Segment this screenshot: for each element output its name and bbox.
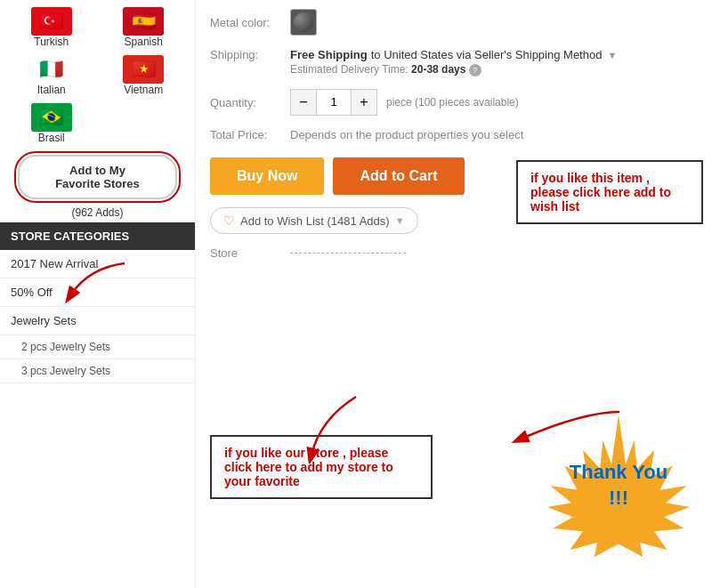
store-link-divider [290, 253, 406, 254]
total-price-label: Total Price: [210, 128, 290, 141]
delivery-days: 20-38 days [411, 63, 465, 76]
metal-color-row: Metal color: [210, 9, 698, 36]
sub-category-3pcs[interactable]: 3 pcs Jewelry Sets [0, 359, 195, 383]
lang-vietnam-label: Vietnam [124, 84, 163, 96]
wishlist-button[interactable]: ♡ Add to Wish List (1481 Adds) ▼ [210, 207, 418, 234]
flag-vietnam: 🇻🇳 [123, 55, 164, 84]
quantity-value: 1 [316, 90, 352, 115]
flag-turkish: 🇹🇷 [31, 7, 72, 36]
quantity-increase-button[interactable]: + [352, 90, 376, 115]
delivery-time: Estimated Delivery Time: 20-38 days ? [290, 63, 698, 77]
main-content: Metal color: Shipping: Free Shipping to … [196, 0, 712, 588]
lang-brasil-label: Brasil [38, 132, 65, 144]
sub-category-2pcs[interactable]: 2 pcs Jewelry Sets [0, 335, 195, 359]
free-shipping-text: Free Shipping [290, 48, 368, 61]
wishlist-annotation-box: if you like this item , please click her… [516, 160, 703, 224]
metal-swatch-inner [294, 12, 313, 32]
flag-italian: 🇮🇹 [31, 55, 72, 84]
buy-now-button[interactable]: Buy Now [210, 157, 324, 195]
total-price-value: Depends on the product properties you se… [290, 128, 523, 141]
wishlist-button-label: Add to Wish List (1481 Adds) [240, 214, 390, 228]
quantity-row: Quantity: − 1 + piece (100 pieces availa… [210, 89, 698, 116]
flag-brasil: 🇧🇷 [31, 103, 72, 132]
language-grid: 🇹🇷 Turkish 🇪🇸 Spanish 🇮🇹 Italian 🇻🇳 Viet… [0, 0, 195, 148]
shipping-row: Shipping: Free Shipping to United States… [210, 48, 698, 77]
total-price-row: Total Price: Depends on the product prop… [210, 128, 698, 141]
help-icon[interactable]: ? [469, 64, 481, 77]
lang-italian-label: Italian [37, 84, 66, 96]
store-label: Store [210, 246, 290, 260]
lang-turkish[interactable]: 🇹🇷 Turkish [9, 7, 94, 48]
red-arrow-store-cat [53, 259, 142, 312]
thank-you-text: Thank You!!! [570, 460, 668, 511]
quantity-decrease-button[interactable]: − [291, 90, 316, 115]
shipping-label: Shipping: [210, 48, 290, 61]
lang-spanish[interactable]: 🇪🇸 Spanish [101, 7, 187, 48]
favorite-stores-adds: (962 Adds) [9, 206, 186, 219]
wishlist-annotation-text: if you like this item , please click her… [530, 171, 671, 213]
thank-you-text-container: Thank You!!! [570, 460, 668, 511]
heart-icon: ♡ [223, 213, 235, 228]
shipping-dropdown-icon[interactable]: ▼ [607, 50, 617, 60]
shipping-content: Free Shipping to United States via Selle… [290, 48, 698, 77]
store-categories-header: STORE CATEGORIES [0, 222, 195, 250]
lang-italian[interactable]: 🇮🇹 Italian [9, 55, 94, 96]
add-to-cart-button[interactable]: Add to Cart [333, 157, 464, 195]
lang-brasil[interactable]: 🇧🇷 Brasil [9, 103, 94, 144]
shipping-to-text: to United States via Seller's Shipping M… [371, 48, 603, 61]
store-row: Store [210, 246, 698, 260]
lang-turkish-label: Turkish [34, 36, 69, 48]
lang-spanish-label: Spanish [125, 36, 163, 48]
quantity-info: piece (100 pieces available) [386, 96, 519, 109]
metal-color-label: Metal color: [210, 16, 290, 29]
favorite-stores-button[interactable]: Add to MyFavorite Stores [18, 155, 177, 199]
shipping-main: Free Shipping to United States via Selle… [290, 48, 698, 61]
sidebar: 🇹🇷 Turkish 🇪🇸 Spanish 🇮🇹 Italian 🇻🇳 Viet… [0, 0, 196, 588]
quantity-label: Quantity: [210, 96, 290, 109]
flag-spanish: 🇪🇸 [123, 7, 164, 36]
favorite-stores-label: Add to MyFavorite Stores [30, 164, 165, 190]
red-arrow-store [303, 392, 374, 463]
lang-vietnam[interactable]: 🇻🇳 Vietnam [101, 55, 187, 96]
metal-swatch[interactable] [290, 9, 317, 36]
quantity-control: − 1 + [290, 89, 377, 116]
thank-you-starburst: Thank You!!! [543, 410, 694, 561]
wishlist-dropdown-icon: ▼ [395, 215, 405, 226]
